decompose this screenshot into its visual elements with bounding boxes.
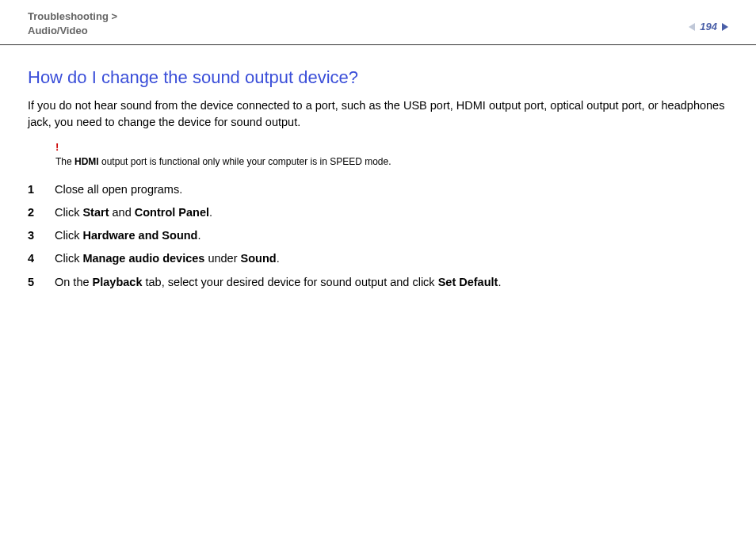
step-text: Close all open programs.	[55, 181, 182, 197]
step-number: 2	[28, 204, 55, 220]
step-number: 3	[28, 227, 55, 243]
step-item: 3Click Hardware and Sound.	[28, 227, 728, 243]
article-title: How do I change the sound output device?	[28, 67, 728, 88]
step-text: Click Hardware and Sound.	[55, 227, 201, 243]
page-nav: 194	[689, 21, 728, 32]
step-number: 1	[28, 181, 55, 197]
step-number: 5	[28, 274, 55, 290]
step-text: Click Start and Control Panel.	[55, 204, 212, 220]
note-block: ! The HDMI output port is functional onl…	[28, 142, 728, 168]
breadcrumb-page: Audio/Video	[28, 24, 117, 38]
page-header: Troubleshooting > Audio/Video 194	[0, 0, 756, 45]
step-text: On the Playback tab, select your desired…	[55, 274, 501, 290]
breadcrumb: Troubleshooting > Audio/Video	[28, 10, 117, 38]
step-item: 1Close all open programs.	[28, 181, 728, 197]
breadcrumb-category: Troubleshooting >	[28, 10, 117, 24]
step-item: 5On the Playback tab, select your desire…	[28, 274, 728, 290]
warning-icon: !	[55, 142, 728, 153]
steps-list: 1Close all open programs.2Click Start an…	[28, 181, 728, 290]
intro-paragraph: If you do not hear sound from the device…	[28, 97, 728, 131]
page-number: 194	[698, 21, 719, 32]
step-text: Click Manage audio devices under Sound.	[55, 250, 280, 266]
prev-page-icon[interactable]	[689, 23, 695, 31]
step-item: 2Click Start and Control Panel.	[28, 204, 728, 220]
note-text: The HDMI output port is functional only …	[55, 156, 391, 167]
next-page-icon[interactable]	[722, 23, 728, 31]
step-item: 4Click Manage audio devices under Sound.	[28, 250, 728, 266]
step-number: 4	[28, 250, 55, 266]
content-area: How do I change the sound output device?…	[0, 45, 756, 290]
